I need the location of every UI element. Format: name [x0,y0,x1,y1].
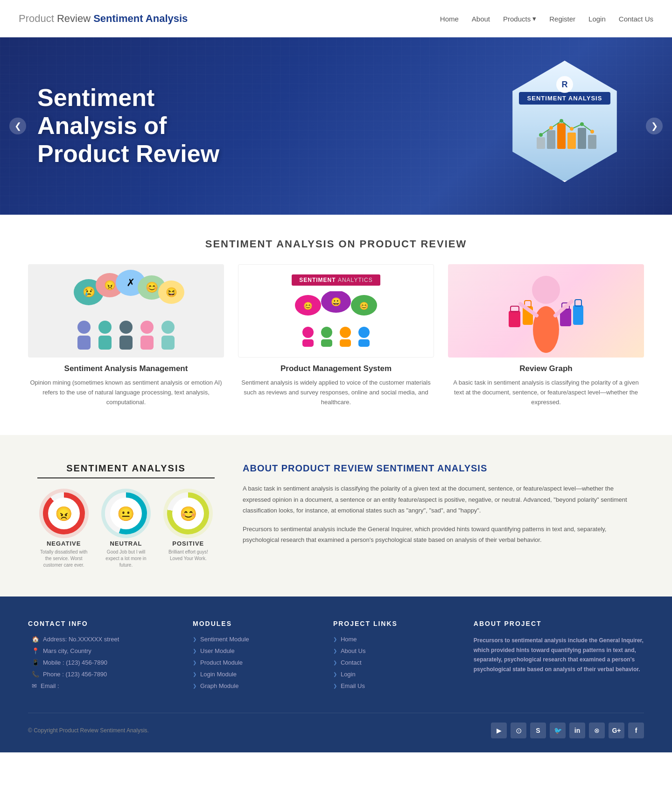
nav-contact[interactable]: Contact Us [619,15,653,23]
svg-rect-2 [557,123,566,149]
link-login: Login [333,671,455,678]
footer-links: PROJECT LINKS Home About Us Contact Logi… [333,620,455,694]
module-user: User Module [193,647,315,654]
card-review: Review Graph A basic task in sentiment a… [448,264,644,407]
svg-rect-23 [77,336,91,350]
sentiment-diagram-title: SENTIMENT ANALYSIS [37,463,215,478]
location-icon: 📍 [32,647,39,654]
svg-point-42 [340,327,351,338]
footer-about: ABOUT PROJECT Precursors to sentimental … [474,620,644,694]
social-skype[interactable]: S [530,723,546,738]
nav-about[interactable]: About [472,15,490,23]
card-product: SENTIMENT ANALYTICS 😊 😀 😊 [238,264,434,407]
card2-title: Product Management System [238,364,434,373]
hero-prev-arrow[interactable]: ❮ [9,118,26,134]
about-text-block: ABOUT PRODUCT REVIEW SENTIMENT ANALYSIS … [243,463,635,553]
footer-about-text: Precursors to sentimental analysis inclu… [474,636,644,674]
svg-rect-27 [119,336,133,350]
mobile-icon: 📱 [32,659,39,666]
badge-chart-svg [532,109,597,151]
hero-badge: R SENTIMENT ANALYSIS [504,61,635,191]
social-linkedin[interactable]: in [569,723,585,738]
neutral-desc: Good Job but I will expect a lot more in… [99,549,152,568]
nav-home[interactable]: Home [440,15,459,23]
svg-point-6 [539,133,543,137]
svg-rect-4 [578,128,586,149]
nav-products[interactable]: Products ▾ [503,14,536,23]
svg-rect-41 [321,339,332,347]
negative-emoji: 😠 [48,498,80,529]
badge-r-icon: R [556,76,573,93]
hero-next-arrow[interactable]: ❯ [646,118,663,134]
contact-city: 📍 Mars city, Country [28,647,174,654]
social-google-plus[interactable]: G+ [609,723,624,738]
card-sentiment: 😢 😠 ✗ 😊 😆 [28,264,224,407]
svg-point-7 [549,126,553,130]
social-youtube[interactable]: ▶ [491,723,507,738]
module-login: Login Module [193,671,315,678]
svg-text:✗: ✗ [126,277,135,288]
logo-part3: Sentiment [93,13,143,24]
svg-text:😠: 😠 [104,280,116,291]
hero-section: ❮ Sentiment Analysis of Product Review R… [0,37,672,215]
svg-rect-5 [588,135,596,149]
sentiment-negative: 😠 NEGATIVE Totally dissatisfied with the… [37,492,90,568]
svg-rect-43 [340,339,351,347]
card-review-image [448,264,644,358]
negative-circle: 😠 [43,492,85,534]
link-email-us: Email Us [333,682,455,689]
svg-text:😊: 😊 [303,302,313,310]
logo-part1: Product [19,13,54,24]
cards-section: 😢 😠 ✗ 😊 😆 [0,264,672,435]
card1-desc: Opinion mining (sometimes known as senti… [28,378,224,407]
link-home: Home [333,636,455,643]
svg-rect-0 [537,137,545,149]
footer-links-title: PROJECT LINKS [333,620,455,627]
hero-text: Sentiment Analysis of Product Review [37,84,219,168]
module-product: Product Module [193,659,315,666]
nav-login[interactable]: Login [588,15,606,23]
sentiment-neutral: 😐 NEUTRAL Good Job but I will expect a l… [99,492,152,568]
footer: CONTACT INFO 🏠 Address: No.XXXXXX street… [0,596,672,752]
svg-point-55 [533,306,559,353]
svg-rect-29 [140,336,154,350]
card1-title: Sentiment Analysis Management [28,364,224,373]
hero-heading: Sentiment Analysis of Product Review [37,84,219,168]
svg-rect-47 [509,311,520,327]
svg-rect-53 [573,305,583,325]
section-title: SENTIMENT ANALYSIS ON PRODUCT REVIEW [0,215,672,264]
svg-point-38 [302,327,314,338]
contact-email: ✉ Email : [28,682,174,689]
footer-contact-list: 🏠 Address: No.XXXXXX street 📍 Mars city,… [28,636,174,689]
nav-register[interactable]: Register [549,15,575,23]
svg-point-28 [140,321,154,334]
footer-contact: CONTACT INFO 🏠 Address: No.XXXXXX street… [28,620,174,694]
badge-label: SENTIMENT ANALYSIS [519,92,611,105]
social-github[interactable]: ⊙ [511,723,526,738]
cards-grid: 😢 😠 ✗ 😊 😆 [28,264,644,407]
social-facebook[interactable]: f [628,723,644,738]
nav-links: Home About Products ▾ Register Login Con… [440,14,653,23]
neutral-emoji: 😐 [110,498,142,529]
contact-address: 🏠 Address: No.XXXXXX street [28,636,174,643]
svg-rect-39 [302,339,314,347]
social-twitter[interactable]: 🐦 [550,723,566,738]
neutral-circle: 😐 [105,492,147,534]
svg-text:😊: 😊 [359,302,369,310]
svg-point-11 [590,130,594,133]
chevron-down-icon: ▾ [532,14,536,23]
email-icon: ✉ [32,682,37,689]
svg-text:😆: 😆 [166,287,177,298]
svg-point-22 [77,321,91,334]
review-svg [499,269,593,358]
svg-text:😊: 😊 [146,281,159,294]
logo: Product Review Sentiment Analysis [19,13,188,25]
social-globe[interactable]: ⊗ [589,723,605,738]
sentiment-svg: 😢 😠 ✗ 😊 😆 [63,267,189,355]
svg-rect-1 [547,130,555,149]
svg-text:😀: 😀 [331,297,342,307]
link-contact: Contact [333,659,455,666]
sentiment-items: 😠 NEGATIVE Totally dissatisfied with the… [37,492,215,568]
svg-point-30 [161,321,175,334]
logo-part2: Review [54,13,93,24]
